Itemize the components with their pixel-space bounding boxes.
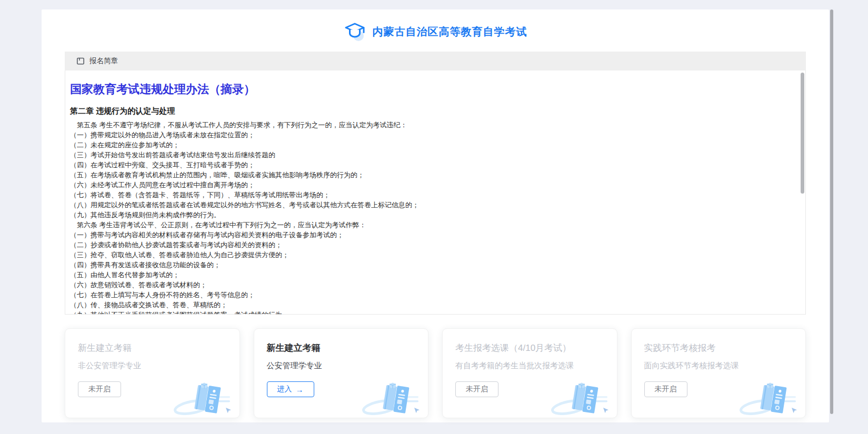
graduation-cap-icon bbox=[344, 22, 366, 42]
document-panel[interactable]: 国家教育考试违规处理办法（摘录） 第二章 违规行为的认定与处理 第五条 考生不遵… bbox=[65, 70, 806, 315]
site-title: 内蒙古自治区高等教育自学考试 bbox=[373, 25, 527, 39]
books-illustration bbox=[548, 381, 612, 415]
books-illustration bbox=[171, 381, 234, 415]
document-line: （九）其他违反考场规则但尚未构成作弊的行为。 bbox=[70, 210, 805, 220]
action-card: 新生建立考籍 公安管理学专业 进入 → bbox=[254, 328, 429, 418]
card-title: 实践环节考核报考 bbox=[644, 342, 806, 354]
document-line: （七）在答卷上填写与本人身份不符的姓名、考号等信息的； bbox=[70, 290, 805, 300]
document-line: （九）其他以不正当手段获得或者试图获得试题答案、考试成绩的行为 bbox=[70, 310, 805, 315]
document-line: （七）将试卷、答卷（含答题卡、答题纸等，下同）、草稿纸等考试用纸带出考场的； bbox=[70, 190, 805, 200]
tab-bar[interactable]: 报名简章 bbox=[65, 52, 806, 70]
card-button-label: 进入 bbox=[277, 385, 292, 394]
action-card: 考生报考选课（4/10月考试） 有自考考籍的考生当批次报考选课 未开启 bbox=[442, 328, 617, 418]
document-line: （六）故意销毁试卷、答卷或者考试材料的； bbox=[70, 280, 805, 290]
document-line: （四）携带具有发送或者接收信息功能的设备的； bbox=[70, 260, 805, 270]
books-illustration bbox=[737, 381, 800, 415]
card-subtitle: 面向实践环节考核报考选课 bbox=[644, 361, 806, 371]
card-action-button[interactable]: 进入 → bbox=[267, 381, 314, 397]
card-button-label: 未开启 bbox=[655, 385, 677, 394]
action-card: 新生建立考籍 非公安管理学专业 未开启 bbox=[65, 328, 240, 418]
document-line: （六）未经考试工作人员同意在考试过程中擅自离开考场的； bbox=[70, 180, 805, 190]
document-body: 第五条 考生不遵守考场纪律，不服从考试工作人员的安排与要求，有下列行为之一的，应… bbox=[70, 120, 805, 315]
card-action-button[interactable]: 未开启 bbox=[78, 381, 121, 397]
card-title: 考生报考选课（4/10月考试） bbox=[455, 342, 617, 354]
document-line: （一）携带与考试内容相关的材料或者存储有与考试内容相关资料的电子设备参加考试的； bbox=[70, 230, 805, 240]
action-cards: 新生建立考籍 非公安管理学专业 未开启 bbox=[65, 328, 806, 418]
journal-icon bbox=[76, 57, 85, 65]
chapter-heading: 第二章 违规行为的认定与处理 bbox=[70, 106, 805, 116]
document-scrollbar-thumb[interactable] bbox=[801, 73, 804, 194]
card-subtitle: 非公安管理学专业 bbox=[78, 361, 240, 371]
document-line: （四）在考试过程中旁窥、交头接耳、互打暗号或者手势的； bbox=[70, 160, 805, 170]
document-line: （二）未在规定的座位参加考试的； bbox=[70, 140, 805, 150]
document-line: （三）抢夺、窃取他人试卷、答卷或者胁迫他人为自己抄袭提供方便的； bbox=[70, 250, 805, 260]
card-subtitle: 有自考考籍的考生当批次报考选课 bbox=[455, 361, 617, 371]
card-button-label: 未开启 bbox=[466, 385, 488, 394]
page-scrollbar-thumb[interactable] bbox=[830, 9, 833, 414]
document-line: （一）携带规定以外的物品进入考场或者未放在指定位置的； bbox=[70, 130, 805, 140]
document-line: （八）传、接物品或者交换试卷、答卷、草稿纸的； bbox=[70, 300, 805, 310]
document-line: （三）考试开始信号发出前答题或者考试结束信号发出后继续答题的 bbox=[70, 150, 805, 160]
document-line: （五）由他人冒名代替参加考试的； bbox=[70, 270, 805, 280]
document-line: （五）在考场或者教育考试机构禁止的范围内，喧哗、吸烟或者实施其他影响考场秩序的行… bbox=[70, 170, 805, 180]
document-line: 第五条 考生不遵守考场纪律，不服从考试工作人员的安排与要求，有下列行为之一的，应… bbox=[70, 120, 805, 130]
document-line: （二）抄袭或者协助他人抄袭试题答案或者与考试内容相关的资料的； bbox=[70, 240, 805, 250]
card-title: 新生建立考籍 bbox=[267, 342, 428, 354]
main-container: 内蒙古自治区高等教育自学考试 报名简章 国家教育考试违规处理办法（摘录） 第二章… bbox=[42, 9, 829, 422]
books-illustration bbox=[360, 381, 423, 415]
document-line: （八）用规定以外的笔或者纸答题或者在试卷规定以外的地方书写姓名、考号或者以其他方… bbox=[70, 200, 805, 210]
card-title: 新生建立考籍 bbox=[78, 342, 240, 354]
tab-label: 报名简章 bbox=[89, 56, 118, 66]
document-title: 国家教育考试违规处理办法（摘录） bbox=[70, 82, 805, 97]
card-button-label: 未开启 bbox=[88, 385, 111, 394]
card-action-button[interactable]: 未开启 bbox=[644, 381, 687, 397]
document-line: 第六条 考生违背考试公平、公正原则，在考试过程中有下列行为之一的，应当认定为考试… bbox=[70, 220, 805, 230]
arrow-right-icon: → bbox=[296, 386, 304, 393]
header: 内蒙古自治区高等教育自学考试 bbox=[42, 9, 829, 52]
card-subtitle: 公安管理学专业 bbox=[267, 361, 428, 371]
action-card: 实践环节考核报考 面向实践环节考核报考选课 未开启 bbox=[631, 328, 806, 418]
card-action-button[interactable]: 未开启 bbox=[455, 381, 498, 397]
